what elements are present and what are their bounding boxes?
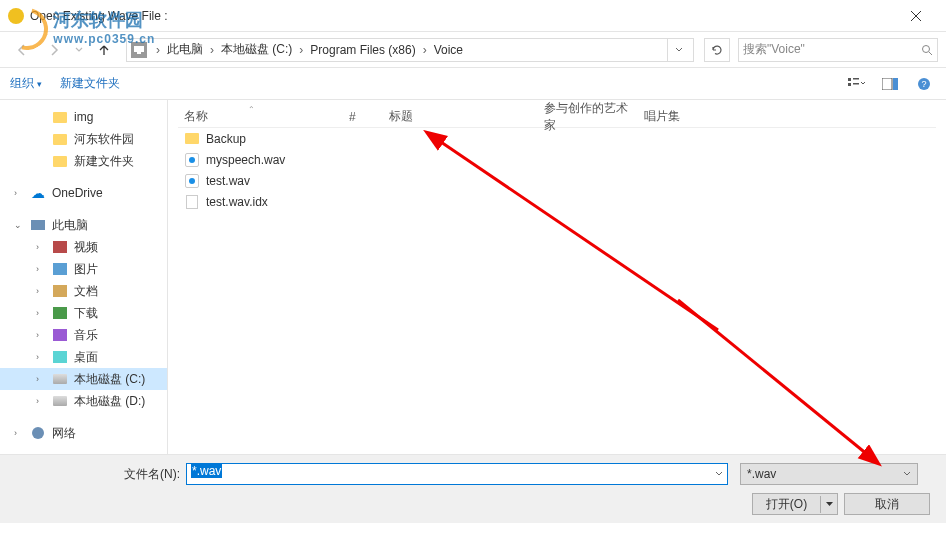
open-button[interactable]: 打开(O) bbox=[752, 493, 838, 515]
column-artist[interactable]: 参与创作的艺术家 bbox=[538, 100, 638, 134]
filename-value: *.wav bbox=[191, 464, 222, 478]
expand-icon[interactable]: › bbox=[36, 374, 46, 384]
cloud-icon: ☁ bbox=[30, 185, 46, 201]
expand-icon[interactable]: › bbox=[36, 330, 46, 340]
tree-item-label: OneDrive bbox=[52, 186, 103, 200]
folder-icon bbox=[52, 109, 68, 125]
open-dropdown-button[interactable] bbox=[821, 501, 837, 508]
organize-menu[interactable]: 组织 bbox=[10, 75, 42, 92]
file-list[interactable]: ⌃ 名称 # 标题 参与创作的艺术家 唱片集 Backupmyspeech.wa… bbox=[168, 100, 946, 454]
net-icon bbox=[30, 425, 46, 441]
tree-item-label: 图片 bbox=[74, 261, 98, 278]
expand-icon[interactable]: › bbox=[14, 188, 24, 198]
expand-icon[interactable]: › bbox=[36, 286, 46, 296]
column-number[interactable]: # bbox=[343, 110, 383, 124]
expand-icon[interactable]: › bbox=[36, 242, 46, 252]
tree-item[interactable]: ›本地磁盘 (C:) bbox=[0, 368, 167, 390]
tree-item[interactable]: 河东软件园 bbox=[0, 128, 167, 150]
tree-item-label: 本地磁盘 (C:) bbox=[74, 371, 145, 388]
help-button[interactable]: ? bbox=[912, 74, 936, 94]
filename-label: 文件名(N): bbox=[124, 466, 180, 483]
open-button-label: 打开(O) bbox=[753, 496, 821, 513]
window-title: Open Existing Wave File : bbox=[30, 9, 893, 23]
preview-pane-button[interactable] bbox=[878, 74, 902, 94]
tree-item[interactable]: ›音乐 bbox=[0, 324, 167, 346]
tree-item-label: img bbox=[74, 110, 93, 124]
breadcrumb-segment[interactable]: 本地磁盘 (C:) bbox=[219, 41, 294, 58]
cancel-button-label: 取消 bbox=[875, 496, 899, 513]
close-icon bbox=[911, 11, 921, 21]
lib-doc-icon bbox=[52, 283, 68, 299]
filename-input[interactable]: *.wav bbox=[186, 463, 728, 485]
tree-item[interactable]: ›网络 bbox=[0, 422, 167, 444]
column-album[interactable]: 唱片集 bbox=[638, 108, 718, 125]
chevron-down-icon bbox=[903, 470, 911, 478]
column-title[interactable]: 标题 bbox=[383, 108, 538, 125]
wav-icon bbox=[184, 152, 200, 168]
file-type-filter[interactable]: *.wav bbox=[740, 463, 918, 485]
svg-line-15 bbox=[678, 300, 868, 455]
tree-item-label: 此电脑 bbox=[52, 217, 88, 234]
breadcrumb-chevron-icon[interactable]: › bbox=[205, 43, 219, 57]
expand-icon[interactable]: › bbox=[36, 264, 46, 274]
folder-icon bbox=[184, 131, 200, 147]
breadcrumb-chevron-icon[interactable]: › bbox=[151, 43, 165, 57]
tree-item[interactable]: ›文档 bbox=[0, 280, 167, 302]
svg-rect-10 bbox=[882, 78, 892, 90]
file-row[interactable]: test.wav.idx bbox=[178, 191, 936, 212]
breadcrumb-segment[interactable]: Voice bbox=[432, 43, 465, 57]
tree-item-label: 音乐 bbox=[74, 327, 98, 344]
view-mode-button[interactable] bbox=[844, 74, 868, 94]
tree-item[interactable]: ›下载 bbox=[0, 302, 167, 324]
breadcrumb-segment[interactable]: Program Files (x86) bbox=[308, 43, 417, 57]
nav-up-button[interactable] bbox=[90, 36, 118, 64]
close-button[interactable] bbox=[893, 1, 938, 31]
tree-item[interactable]: ›桌面 bbox=[0, 346, 167, 368]
folder-tree[interactable]: img河东软件园新建文件夹›☁OneDrive⌄此电脑›视频›图片›文档›下载›… bbox=[0, 100, 168, 454]
file-row[interactable]: test.wav bbox=[178, 170, 936, 191]
drive-icon bbox=[52, 371, 68, 387]
chevron-down-icon bbox=[675, 46, 683, 54]
tree-item[interactable]: ›视频 bbox=[0, 236, 167, 258]
filter-value: *.wav bbox=[747, 467, 903, 481]
tree-item[interactable]: 新建文件夹 bbox=[0, 150, 167, 172]
tree-item[interactable]: ›图片 bbox=[0, 258, 167, 280]
cancel-button[interactable]: 取消 bbox=[844, 493, 930, 515]
nav-forward-button[interactable] bbox=[40, 36, 68, 64]
chevron-down-icon bbox=[75, 46, 83, 54]
tree-item-label: 新建文件夹 bbox=[74, 153, 134, 170]
address-dropdown-button[interactable] bbox=[667, 39, 689, 61]
tree-item[interactable]: img bbox=[0, 106, 167, 128]
nav-recent-button[interactable] bbox=[72, 36, 86, 64]
new-folder-button[interactable]: 新建文件夹 bbox=[60, 75, 120, 92]
file-row[interactable]: myspeech.wav bbox=[178, 149, 936, 170]
lib-video-icon bbox=[52, 239, 68, 255]
svg-point-4 bbox=[923, 45, 930, 52]
nav-back-button[interactable] bbox=[8, 36, 36, 64]
breadcrumb-chevron-icon[interactable]: › bbox=[418, 43, 432, 57]
tree-item[interactable]: ›本地磁盘 (D:) bbox=[0, 390, 167, 412]
search-icon bbox=[921, 44, 933, 56]
title-bar: Open Existing Wave File : bbox=[0, 0, 946, 32]
chevron-down-icon[interactable] bbox=[715, 467, 723, 481]
refresh-button[interactable] bbox=[704, 38, 730, 62]
folder-icon bbox=[52, 153, 68, 169]
expand-icon[interactable]: › bbox=[36, 396, 46, 406]
expand-icon[interactable]: › bbox=[36, 352, 46, 362]
expand-icon[interactable]: ⌄ bbox=[14, 220, 24, 230]
expand-icon[interactable]: › bbox=[14, 428, 24, 438]
column-headers[interactable]: ⌃ 名称 # 标题 参与创作的艺术家 唱片集 bbox=[178, 106, 936, 128]
tree-item[interactable]: ›☁OneDrive bbox=[0, 182, 167, 204]
address-breadcrumb[interactable]: › 此电脑 › 本地磁盘 (C:) › Program Files (x86) … bbox=[126, 38, 694, 62]
tree-item-label: 本地磁盘 (D:) bbox=[74, 393, 145, 410]
column-name[interactable]: 名称 bbox=[178, 108, 343, 125]
tree-item[interactable]: ⌄此电脑 bbox=[0, 214, 167, 236]
dialog-footer: 文件名(N): *.wav *.wav 打开(O) 取消 bbox=[0, 454, 946, 523]
toolbar: 组织 新建文件夹 ? bbox=[0, 68, 946, 100]
breadcrumb-chevron-icon[interactable]: › bbox=[294, 43, 308, 57]
expand-icon[interactable]: › bbox=[36, 308, 46, 318]
breadcrumb-segment[interactable]: 此电脑 bbox=[165, 41, 205, 58]
tree-item-label: 河东软件园 bbox=[74, 131, 134, 148]
search-input[interactable]: 搜索"Voice" bbox=[738, 38, 938, 62]
help-icon: ? bbox=[917, 77, 931, 91]
